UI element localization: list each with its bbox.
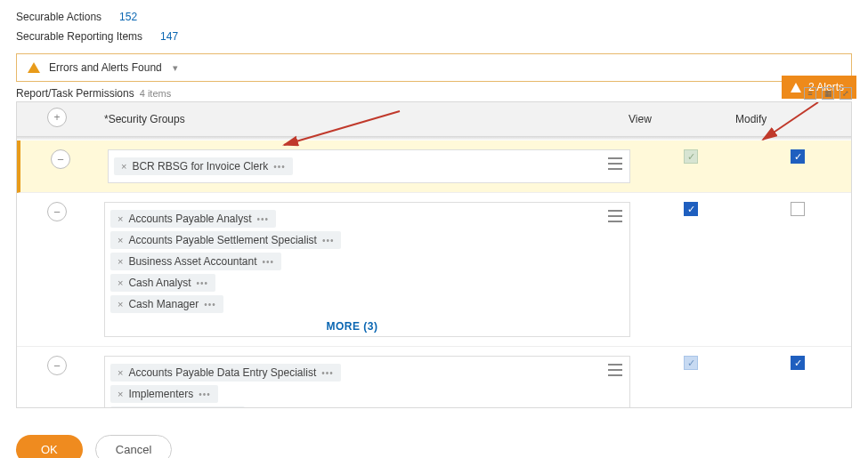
remove-row-button[interactable]: −	[47, 356, 67, 375]
grid-icon[interactable]: ▦	[822, 87, 834, 100]
chip-label: Cash Analyst	[128, 277, 191, 289]
chip-label: Implementers	[128, 388, 193, 400]
securable-reporting-link[interactable]: 147	[160, 30, 178, 43]
list-picker-icon[interactable]	[608, 210, 622, 222]
securable-actions-label: Securable Actions	[16, 11, 101, 23]
view-checkbox	[684, 149, 698, 164]
table-row: −×Accounts Payable Data Entry Specialist…	[17, 347, 851, 407]
remove-row-button[interactable]: −	[47, 202, 67, 221]
chip-menu-icon[interactable]: •••	[204, 300, 216, 309]
chip-menu-icon[interactable]: •••	[322, 236, 335, 245]
remove-row-button[interactable]: −	[51, 149, 70, 169]
security-groups-input[interactable]: ×Accounts Payable Analyst•••×Accounts Pa…	[104, 202, 630, 337]
chip-menu-icon[interactable]: •••	[273, 162, 286, 172]
security-group-chip[interactable]: ×Cash Analyst•••	[110, 274, 215, 292]
security-group-chip[interactable]: ×Implementers•••	[110, 385, 218, 403]
chip-remove-icon[interactable]: ×	[118, 235, 123, 245]
permissions-section-title: Report/Task Permissions	[16, 87, 134, 100]
expand-icon[interactable]: ⤢	[840, 87, 852, 100]
chip-remove-icon[interactable]: ×	[121, 161, 126, 172]
chip-remove-icon[interactable]: ×	[118, 256, 123, 267]
chip-label: Business Asset Accountant	[128, 255, 256, 268]
table-row: −×BCR RBSG for Invoice Clerk•••	[17, 141, 851, 193]
cancel-button[interactable]: Cancel	[95, 435, 172, 458]
chip-remove-icon[interactable]: ×	[118, 299, 123, 309]
errors-alert-banner[interactable]: Errors and Alerts Found ▾ 2 Alerts	[16, 53, 852, 82]
col-header-view: View	[621, 104, 728, 134]
chip-label: Cash Manager	[128, 298, 199, 310]
permissions-grid: + *Security Groups View Modify −×BCR RBS…	[16, 101, 852, 408]
chip-label: Accounts Payable Analyst	[128, 213, 251, 225]
chip-menu-icon[interactable]: •••	[199, 390, 211, 399]
chip-menu-icon[interactable]: •••	[263, 257, 275, 267]
modify-checkbox[interactable]	[791, 356, 805, 370]
modify-checkbox[interactable]	[791, 149, 805, 164]
security-group-chip[interactable]: ×Marketing Manager•••	[110, 406, 245, 407]
view-checkbox[interactable]	[684, 202, 698, 216]
ok-button[interactable]: OK	[16, 435, 83, 458]
table-row: −×Accounts Payable Analyst•••×Accounts P…	[17, 193, 851, 347]
list-picker-icon[interactable]	[608, 157, 622, 170]
add-row-button[interactable]: +	[47, 108, 67, 127]
security-group-chip[interactable]: ×Accounts Payable Data Entry Specialist•…	[110, 364, 341, 382]
chip-remove-icon[interactable]: ×	[118, 277, 123, 288]
security-group-chip[interactable]: ×Business Asset Accountant•••	[110, 253, 281, 270]
list-picker-icon[interactable]	[608, 364, 622, 376]
chip-label: Accounts Payable Data Entry Specialist	[128, 366, 316, 379]
chip-label: Accounts Payable Settlement Specialist	[128, 234, 316, 246]
more-link[interactable]: MORE (3)	[110, 315, 594, 334]
chip-remove-icon[interactable]: ×	[118, 389, 123, 399]
view-checkbox	[684, 356, 698, 370]
security-group-chip[interactable]: ×BCR RBSG for Invoice Clerk•••	[114, 157, 293, 175]
chip-menu-icon[interactable]: •••	[257, 214, 270, 224]
filter-icon[interactable]: ≡	[804, 87, 816, 100]
col-header-security-groups: *Security Groups	[97, 104, 621, 134]
chip-menu-icon[interactable]: •••	[196, 278, 208, 288]
chip-menu-icon[interactable]: •••	[321, 368, 334, 378]
chip-remove-icon[interactable]: ×	[118, 367, 123, 378]
permissions-item-count: 4 items	[140, 88, 171, 99]
security-group-chip[interactable]: ×Accounts Payable Settlement Specialist•…	[110, 231, 341, 249]
securable-reporting-label: Securable Reporting Items	[16, 30, 142, 43]
modify-checkbox[interactable]	[791, 202, 805, 216]
security-group-chip[interactable]: ×Accounts Payable Analyst•••	[110, 210, 276, 228]
alert-text: Errors and Alerts Found	[49, 61, 162, 74]
securable-actions-link[interactable]: 152	[119, 11, 137, 23]
chevron-down-icon: ▾	[173, 62, 178, 74]
warning-icon	[28, 62, 40, 73]
security-group-chip[interactable]: ×Cash Manager•••	[110, 295, 223, 313]
chip-label: BCR RBSG for Invoice Clerk	[132, 160, 268, 173]
security-groups-input[interactable]: ×BCR RBSG for Invoice Clerk•••	[108, 149, 630, 183]
col-header-modify: Modify	[728, 104, 835, 134]
security-groups-input[interactable]: ×Accounts Payable Data Entry Specialist•…	[104, 356, 630, 407]
chip-remove-icon[interactable]: ×	[118, 213, 123, 224]
